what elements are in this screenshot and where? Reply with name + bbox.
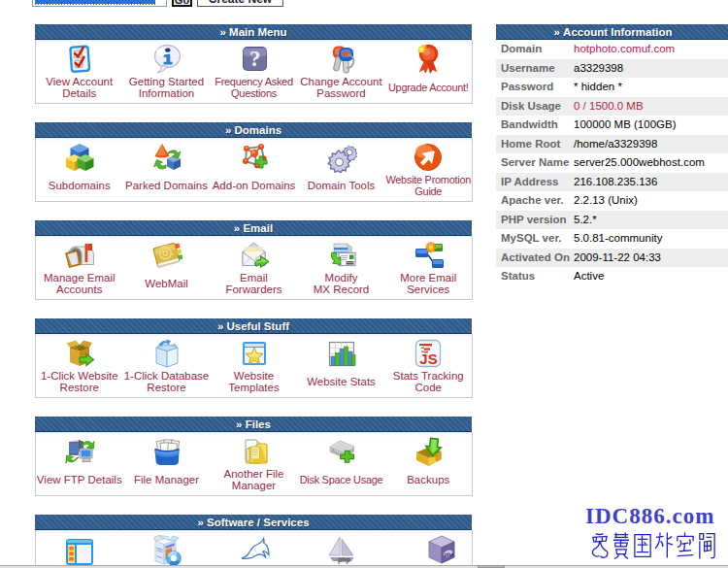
- svg-text:?: ?: [249, 47, 261, 71]
- svg-text:php: php: [444, 551, 455, 557]
- svg-text:php: php: [338, 556, 350, 564]
- svg-text:JS: JS: [420, 351, 438, 367]
